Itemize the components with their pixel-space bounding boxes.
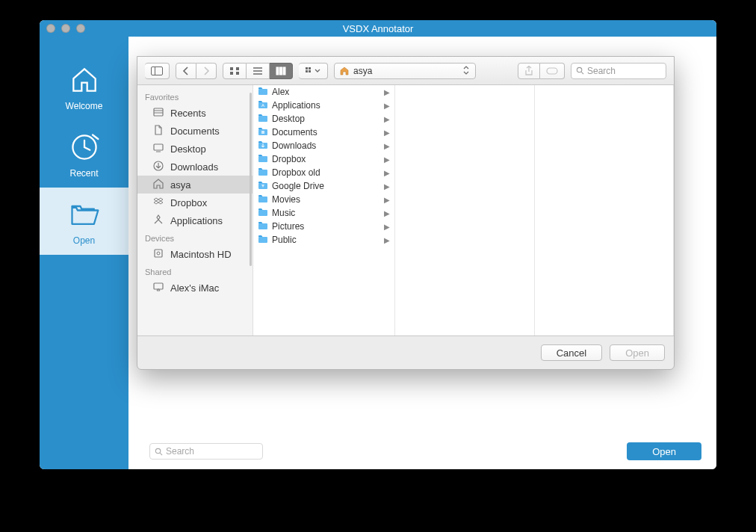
action-seg	[518, 63, 565, 79]
folder-row-movies[interactable]: Movies▶	[253, 193, 394, 206]
sidebar-toggle-seg	[145, 63, 170, 79]
column-1: Alex▶AApplications▶Desktop▶Documents▶Dow…	[253, 85, 395, 335]
folder-row-pictures[interactable]: Pictures▶	[253, 220, 394, 233]
folder-label: Pictures	[272, 221, 304, 232]
svg-rect-34	[258, 116, 267, 122]
folder-row-dropbox-old[interactable]: Dropbox old▶	[253, 166, 394, 179]
folder-row-public[interactable]: Public▶	[253, 233, 394, 247]
toggle-sidebar-button[interactable]	[145, 63, 170, 79]
path-dropdown[interactable]: asya	[334, 63, 476, 79]
dialog-search-placeholder: Search	[587, 66, 616, 76]
search-icon	[576, 66, 584, 75]
share-icon	[524, 66, 533, 76]
svg-rect-38	[258, 156, 267, 162]
sidebar-group-title: Shared	[137, 263, 252, 279]
disclosure-triangle-icon: ▶	[384, 196, 390, 204]
arrange-icon	[305, 66, 321, 75]
dialog-open-button[interactable]: Open	[610, 344, 665, 361]
forward-button[interactable]	[196, 63, 217, 79]
folder-label: Google Drive	[272, 181, 324, 191]
svg-rect-12	[276, 67, 279, 75]
sidebar-item-welcome[interactable]: Welcome	[40, 53, 128, 120]
column-view-button[interactable]	[270, 63, 293, 79]
list-view-button[interactable]	[247, 63, 270, 79]
sidebar-item-alex-s-imac[interactable]: Alex's iMac	[137, 279, 252, 297]
sidebar-item-label: Applications	[170, 215, 223, 226]
sidebar-item-recent[interactable]: Recent	[40, 120, 128, 188]
icon-view-button[interactable]	[223, 63, 247, 79]
svg-rect-30	[154, 283, 163, 289]
dialog-toolbar: asya Search	[137, 57, 674, 85]
svg-rect-6	[236, 67, 239, 70]
search-placeholder: Search	[166, 446, 194, 457]
home-icon	[339, 66, 350, 76]
sidebar-item-downloads[interactable]: Downloads	[137, 158, 252, 176]
folder-row-dropbox[interactable]: Dropbox▶	[253, 152, 394, 166]
disclosure-triangle-icon: ▶	[384, 155, 390, 164]
arrange-seg	[299, 63, 328, 79]
folder-label: Applications	[272, 100, 320, 111]
folder-label: Desktop	[272, 114, 305, 124]
back-button[interactable]	[176, 63, 196, 79]
dialog-search-input[interactable]: Search	[571, 63, 666, 79]
folder-icon	[258, 86, 268, 99]
svg-point-20	[577, 67, 581, 72]
sidebar-item-label: Macintosh HD	[170, 249, 232, 260]
downloads-icon	[152, 160, 164, 174]
folder-open-icon	[68, 198, 101, 231]
disclosure-triangle-icon: ▶	[384, 102, 390, 110]
sidebar-item-dropbox[interactable]: Dropbox	[137, 194, 252, 211]
sidebar-item-label: Recents	[170, 108, 206, 119]
chevron-left-icon	[182, 66, 190, 75]
sidebar-item-recents[interactable]: Recents	[137, 104, 252, 122]
disclosure-triangle-icon: ▶	[384, 142, 390, 150]
svg-rect-19	[547, 68, 557, 74]
folder-label: Dropbox old	[272, 167, 320, 178]
dialog-sidebar: FavoritesRecentsDocumentsDesktopDownload…	[137, 85, 253, 335]
folder-icon	[258, 207, 268, 220]
svg-rect-17	[306, 70, 308, 72]
folder-row-alex[interactable]: Alex▶	[253, 85, 394, 99]
disclosure-triangle-icon: ▶	[384, 209, 390, 217]
folder-row-documents[interactable]: Documents▶	[253, 126, 394, 139]
dropdown-arrows-icon	[463, 66, 469, 76]
chevron-right-icon	[202, 66, 210, 75]
dialog-footer: Cancel Open	[137, 336, 674, 369]
folder-row-desktop[interactable]: Desktop▶	[253, 112, 394, 126]
sidebar-item-documents[interactable]: Documents	[137, 122, 252, 140]
folder-icon	[258, 220, 268, 233]
folder-label: Dropbox	[272, 154, 306, 164]
open-button[interactable]: Open	[627, 442, 701, 460]
sidebar-item-macintosh-hd[interactable]: Macintosh HD	[137, 245, 252, 263]
sidebar-item-asya[interactable]: asya	[137, 176, 252, 194]
path-label: asya	[353, 66, 372, 76]
folder-row-music[interactable]: Music▶	[253, 206, 394, 220]
svg-rect-44	[258, 237, 267, 243]
app-sidebar: Welcome Recent Open	[40, 37, 128, 469]
folder-row-google-drive[interactable]: Google Drive▶	[253, 179, 394, 193]
tags-button[interactable]	[540, 63, 565, 79]
svg-rect-13	[280, 67, 282, 75]
search-icon	[155, 448, 163, 456]
column-browser: Alex▶AApplications▶Desktop▶Documents▶Dow…	[253, 85, 674, 335]
sidebar-item-open[interactable]: Open	[40, 188, 128, 255]
share-button[interactable]	[518, 63, 540, 79]
svg-rect-3	[152, 66, 163, 75]
folder-row-applications[interactable]: AApplications▶	[253, 99, 394, 112]
sidebar-item-applications[interactable]: Applications	[137, 211, 252, 229]
folder-row-downloads[interactable]: Downloads▶	[253, 139, 394, 152]
folder-icon	[258, 126, 268, 139]
svg-point-1	[155, 448, 160, 453]
folder-icon	[258, 153, 268, 166]
disk-icon	[152, 247, 164, 262]
arrange-button[interactable]	[299, 63, 328, 79]
sidebar-item-desktop[interactable]: Desktop	[137, 140, 252, 158]
column-2	[395, 85, 535, 335]
svg-rect-42	[258, 210, 267, 216]
folder-label: Music	[272, 208, 295, 218]
svg-rect-39	[258, 170, 267, 176]
grid-icon	[229, 66, 240, 75]
folder-label: Public	[272, 235, 297, 245]
search-input[interactable]: Search	[149, 443, 263, 460]
cancel-button[interactable]: Cancel	[541, 344, 602, 361]
